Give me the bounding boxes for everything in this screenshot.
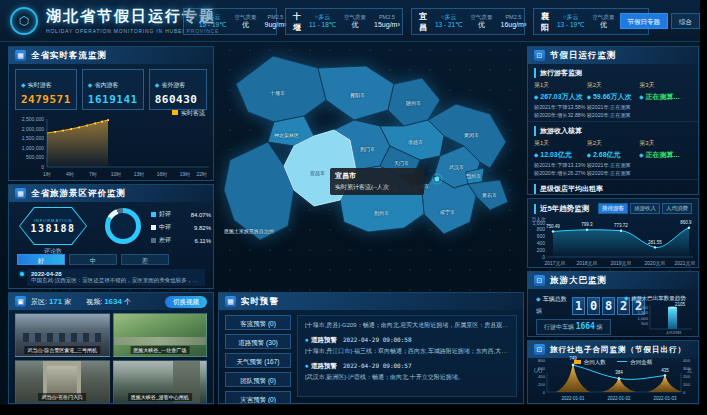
tab-trend-visitors[interactable]: 接待游客 [598, 203, 628, 214]
pm-label: PM2.5 [267, 14, 283, 21]
svg-text:200: 200 [538, 382, 546, 387]
svg-text:4时: 4时 [66, 171, 74, 177]
realtime-flow-area-chart: 0 500,000 1,000,000 1,500,000 2,000,000 … [11, 115, 213, 179]
svg-text:2018元旦: 2018元旦 [576, 260, 597, 266]
pm-label: PM2.5 [379, 14, 395, 21]
alert-time: 2022-04-29 09:00:58 [343, 336, 412, 343]
map-regions[interactable] [218, 42, 525, 290]
grid-icon: ▦ [15, 188, 26, 199]
video-tile[interactable]: 恩施大峡谷_游客中心闸机 [113, 360, 208, 404]
pm-value: 15ug/m³ [374, 21, 400, 30]
tab-review-good[interactable]: 好 [17, 254, 65, 265]
review-item[interactable]: 2022-04-28 中国玄武·汉西景区：景区还是很不错的，景区里面的美食也较多… [19, 269, 205, 286]
aqi-label: 空气质量 [344, 14, 366, 21]
header: ⬡ 湖北省节假日运行专题 HOLIDAY OPERATION MONITORIN… [0, 0, 700, 42]
video-tile[interactable]: 武当山-琼台景区索道_三号闸机 [15, 313, 110, 357]
tab-trend-income[interactable]: 旅游收入 [630, 203, 660, 214]
map-label: 神农架林区 [274, 132, 299, 138]
map-label: 鄂州市 [466, 173, 481, 179]
trend-line-chart: 万人次 0 200 400 600 800 1,000 750.49 799.3… [531, 215, 697, 267]
bullet-icon: ◆ [155, 82, 160, 88]
alert-tab-team[interactable]: 团队预警 (0) [225, 372, 291, 387]
map-label: 荆门市 [360, 146, 375, 152]
hubei-province-map[interactable]: 十堰市 襄阳市 随州市 神农架林区 宜昌市 恩施土家族苗族自治州 荆门市 孝感市… [218, 42, 525, 290]
switch-video-button[interactable]: 切换视频 [165, 296, 207, 308]
alert-list[interactable]: [十堰市,房县]-G209：畅通；南向北,迎宾大道附近拥堵，所属景区：房县观音洞… [297, 315, 517, 397]
video-tile[interactable]: 武当山-玄岳门入口 [15, 360, 110, 404]
scenic-count-label: 景区: [31, 298, 47, 305]
svg-text:0: 0 [41, 164, 44, 170]
section-title: 星级饭店平均出租率 [534, 184, 692, 194]
nav-overview-button[interactable]: 综合 [671, 13, 700, 29]
weather-temp: 11 - 18℃ [309, 21, 336, 29]
alert-tab-weather[interactable]: 天气预警 (167) [225, 353, 291, 368]
svg-text:2,000: 2,000 [638, 305, 649, 310]
map-label: 襄阳市 [350, 92, 365, 98]
svg-text:2021元旦: 2021元旦 [674, 260, 695, 266]
svg-text:1,500: 1,500 [638, 310, 649, 315]
section-title: 旅游收入核算 [534, 126, 692, 136]
svg-text:799.3: 799.3 [581, 222, 593, 227]
tab-review-bad[interactable]: 差 [121, 254, 169, 265]
map-label: 咸宁市 [440, 209, 455, 215]
svg-text:2020元旦: 2020元旦 [644, 260, 665, 266]
svg-text:2105: 2105 [675, 302, 686, 307]
legend-swatch [151, 225, 156, 230]
nav-holiday-topic-button[interactable]: 节假日专题 [620, 13, 669, 29]
pm-value: 9ug/m³ [265, 21, 287, 30]
video-tile[interactable]: 恩施大峡谷_一炷香广场 [113, 313, 208, 357]
svg-text:19时: 19时 [180, 171, 191, 177]
comment-count: 138188 [30, 223, 75, 234]
bullet-icon: ◆ [587, 94, 591, 100]
bullet-icon: ◆ [534, 152, 538, 158]
alert-time: 2022-04-29 09:00:57 [343, 362, 412, 369]
camera-icon: ▣ [15, 296, 26, 307]
aqi-label: 空气质量 [235, 14, 257, 21]
svg-text:800: 800 [537, 226, 546, 232]
bus-bar-chart: 500 1,000 1,500 2,000 2105 4月29日 [624, 301, 694, 335]
svg-text:200: 200 [537, 247, 546, 253]
panel-scenic-video: ▣ 景区: 171 家 视频: 1634 个 切换视频 武当山-琼台景区索道_三… [8, 292, 214, 404]
svg-text:750.49: 750.49 [546, 224, 560, 229]
kpi-value: 1619141 [88, 93, 138, 106]
svg-text:22时: 22时 [196, 171, 207, 177]
alert-tab-road[interactable]: 道路预警 (30) [225, 334, 291, 349]
svg-text:860.9: 860.9 [680, 220, 692, 225]
svg-text:384: 384 [615, 370, 623, 375]
panel-title: 全省旅游景区评价监测 [31, 188, 126, 200]
aqi-value: 优 [600, 21, 607, 30]
svg-text:0: 0 [543, 390, 546, 395]
svg-text:16时: 16时 [157, 171, 168, 177]
comment-count-badge: INFORMATION 138188 [19, 207, 87, 245]
tab-trend-spending[interactable]: 人均消费 [662, 203, 692, 214]
video-caption: 武当山-玄岳门入口 [38, 393, 86, 401]
legend-swatch [151, 212, 156, 217]
alert-tab-passenger[interactable]: 客流预警 (0) [225, 315, 291, 330]
kpi-out-province-visitors: ◆省外游客 860430 [149, 69, 207, 110]
panel-scenic-review: ▦ 全省旅游景区评价监测 INFORMATION 138188 评论数 好评84… [8, 184, 214, 289]
weather-temp: 15 - 19℃ [199, 21, 227, 29]
bullet-icon: ◆ [88, 82, 93, 88]
panel-realtime-flow: ▦ 全省实时客流监测 ◆实时游客 2479571 ◆省内游客 1619141 ◆… [8, 46, 214, 181]
bullet-icon: ● [305, 362, 309, 369]
svg-text:1,000: 1,000 [638, 316, 649, 321]
svg-text:400: 400 [683, 358, 691, 363]
review-donut [105, 208, 141, 244]
map-label: 黄冈市 [464, 132, 479, 138]
weather-cond: 多云 [567, 14, 579, 20]
weather-city: 襄阳 [541, 11, 549, 33]
svg-text:100: 100 [683, 382, 691, 387]
right-strip [700, 0, 707, 415]
tooltip-value: 实时累计客流(--人次 [335, 183, 419, 192]
panel-5year-trend: 近5年趋势监测 接待游客 旅游收入 人均消费 万人次 0 200 400 600… [527, 198, 699, 268]
pm-label: PM2.5 [505, 14, 521, 21]
weather-city: 十堰 [293, 11, 301, 33]
svg-text:281.55: 281.55 [648, 240, 662, 245]
section-title: 旅行游客监测 [534, 68, 692, 78]
bus-running-count: 行驶中车辆 1664 辆 [536, 319, 611, 335]
grid-icon: ▦ [15, 50, 26, 61]
alert-tab-disaster[interactable]: 灾害预警 (0) [225, 391, 291, 404]
tab-review-medium[interactable]: 中 [69, 254, 117, 265]
weather-cond: 多云 [318, 14, 330, 20]
svg-text:435: 435 [661, 368, 669, 373]
